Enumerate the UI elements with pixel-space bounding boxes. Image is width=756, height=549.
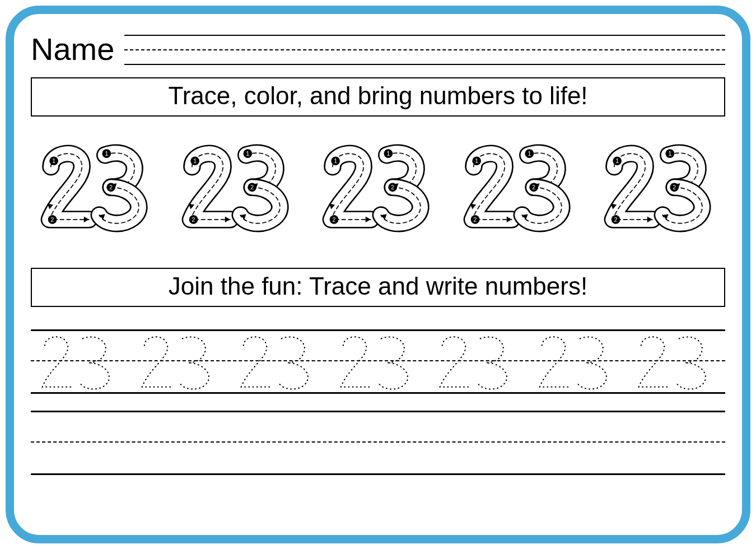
svg-text:1: 1	[52, 158, 55, 164]
dotted-number-icon[interactable]	[428, 329, 526, 394]
svg-text:2: 2	[333, 217, 336, 223]
dotted-number-icon[interactable]	[230, 329, 328, 394]
line-dashed	[31, 441, 725, 443]
instruction-box-2: Join the fun: Trace and write numbers!	[31, 268, 725, 307]
svg-text:1: 1	[193, 158, 197, 164]
dotted-number[interactable]	[329, 329, 427, 394]
traceable-number[interactable]: 1 2 1 2	[455, 139, 584, 234]
svg-text:2: 2	[614, 217, 618, 223]
svg-text:1: 1	[528, 151, 531, 157]
name-row: Name	[31, 31, 725, 67]
traceable-number[interactable]: 1 2 1 2	[173, 139, 302, 234]
dotted-number[interactable]	[230, 329, 328, 394]
traceable-number-icon[interactable]: 1 2 1 2	[455, 139, 584, 234]
dotted-number[interactable]	[31, 329, 129, 394]
svg-text:1: 1	[246, 151, 249, 157]
line-dashed	[124, 49, 725, 50]
traceable-number[interactable]: 1 2 1 2	[32, 139, 161, 234]
line-solid	[31, 411, 725, 412]
writing-area	[31, 329, 725, 475]
traceable-number[interactable]: 1 2 1 2	[314, 139, 442, 234]
dotted-number-row	[31, 329, 725, 394]
worksheet-frame: Name Trace, color, and bring numbers to …	[6, 6, 750, 543]
name-writing-lines[interactable]	[124, 32, 725, 66]
writing-line-1[interactable]	[31, 329, 725, 394]
dotted-number[interactable]	[528, 329, 626, 394]
name-label: Name	[31, 31, 114, 67]
line-solid	[124, 64, 725, 65]
traceable-number-icon[interactable]: 1 2 1 2	[595, 139, 724, 234]
svg-text:1: 1	[615, 158, 619, 164]
dotted-number-icon[interactable]	[31, 329, 129, 394]
svg-text:1: 1	[668, 151, 671, 157]
writing-line-2[interactable]	[31, 411, 725, 475]
svg-text:1: 1	[105, 151, 108, 157]
dotted-number[interactable]	[627, 329, 725, 394]
svg-text:2: 2	[192, 217, 195, 223]
svg-text:1: 1	[475, 158, 478, 164]
traceable-number-icon[interactable]: 1 2 1 2	[314, 139, 442, 234]
traceable-number-icon[interactable]: 1 2 1 2	[32, 139, 161, 234]
svg-text:2: 2	[473, 217, 477, 223]
dotted-number-icon[interactable]	[130, 329, 228, 394]
instruction-box-1: Trace, color, and bring numbers to life!	[31, 77, 725, 117]
traceable-number[interactable]: 1 2 1 2	[595, 139, 724, 234]
line-solid	[31, 473, 725, 475]
dotted-number-icon[interactable]	[528, 329, 626, 394]
svg-text:2: 2	[51, 217, 54, 223]
dotted-number[interactable]	[130, 329, 228, 394]
dotted-number[interactable]	[428, 329, 526, 394]
svg-text:1: 1	[386, 151, 390, 157]
traceable-number-icon[interactable]: 1 2 1 2	[173, 139, 302, 234]
svg-text:1: 1	[334, 158, 337, 164]
dotted-number-icon[interactable]	[329, 329, 427, 394]
dotted-number-icon[interactable]	[627, 329, 725, 394]
line-solid	[124, 35, 725, 36]
trace-number-row[interactable]: 1 2 1 2 1 2	[31, 139, 725, 234]
